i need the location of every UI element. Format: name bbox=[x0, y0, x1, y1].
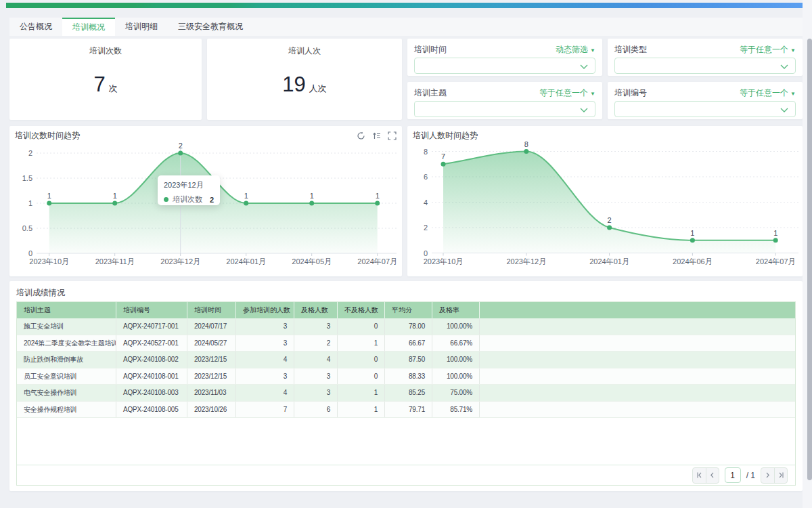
cell-2-2: 2023/12/15 bbox=[187, 352, 236, 368]
col-header-5: 不及格人数 bbox=[338, 302, 385, 318]
table-row-4[interactable]: 电气安全操作培训AQPX-240108-0032023/11/0343185.2… bbox=[17, 385, 795, 402]
col-header-2: 培训时间 bbox=[187, 302, 236, 318]
prev-page-icon bbox=[708, 471, 716, 479]
chevron-down-icon bbox=[580, 108, 588, 112]
tab-1[interactable]: 培训概况 bbox=[62, 18, 115, 36]
filter-operator-link[interactable]: 动态筛选▼ bbox=[556, 44, 595, 56]
cell-4-3: 4 bbox=[236, 385, 294, 401]
cell-4-7: 75.00% bbox=[432, 385, 480, 401]
svg-text:2024年07月: 2024年07月 bbox=[756, 257, 796, 266]
tooltip-row: 培训次数 2 bbox=[164, 194, 214, 205]
cell-3-3: 3 bbox=[236, 368, 294, 385]
filter-operator-link[interactable]: 等于任意一个▼ bbox=[740, 44, 796, 56]
chevron-down-icon bbox=[580, 64, 588, 69]
cell-1-6: 66.67 bbox=[385, 335, 432, 352]
cell-0-6: 78.00 bbox=[385, 318, 432, 335]
cell-2-5: 0 bbox=[338, 352, 385, 368]
next-page-button[interactable] bbox=[761, 468, 774, 483]
cell-1-1: AQPX-240527-001 bbox=[116, 335, 187, 352]
svg-text:1.5: 1.5 bbox=[22, 174, 32, 182]
stat-number: 7 bbox=[93, 72, 105, 96]
cell-2-6: 87.50 bbox=[385, 352, 432, 368]
svg-text:1: 1 bbox=[28, 199, 32, 207]
table-row-0[interactable]: 施工安全培训AQPX-240717-0012024/07/1733078.001… bbox=[17, 318, 795, 335]
next-page-icon bbox=[764, 471, 771, 479]
cell-0-0: 施工安全培训 bbox=[17, 318, 116, 335]
chart-card-training-count-trend: 培训次数时间趋势 2023年12月 培训次数 2 00.511.52112111… bbox=[9, 126, 402, 276]
table-block: 培训主题培训编号培训时间参加培训的人数及格人数不及格人数平均分及格率 施工安全培… bbox=[16, 301, 796, 486]
tab-3[interactable]: 三级安全教育概况 bbox=[168, 18, 253, 36]
page-number-input[interactable]: 1 bbox=[725, 467, 741, 483]
col-header-filler bbox=[480, 302, 795, 318]
svg-text:2024年01月: 2024年01月 bbox=[226, 257, 266, 266]
pagination-group-next bbox=[761, 467, 788, 484]
first-page-icon bbox=[696, 471, 703, 479]
filter-select[interactable] bbox=[614, 101, 796, 117]
cell-4-1: AQPX-240108-003 bbox=[116, 385, 187, 401]
svg-text:2024年05月: 2024年05月 bbox=[292, 257, 332, 266]
tooltip-series-dot bbox=[164, 197, 168, 202]
col-header-3: 参加培训的人数 bbox=[236, 302, 294, 318]
cell-1-7: 66.67% bbox=[432, 335, 480, 352]
cell-5-7: 85.71% bbox=[432, 402, 480, 418]
cell-5-6: 79.71 bbox=[385, 402, 432, 418]
cell-5-0: 安全操作规程培训 bbox=[17, 402, 116, 418]
scrollbar-track[interactable] bbox=[803, 0, 812, 508]
chart-plot: 02468782112023年10月2023年12月2024年01月2024年0… bbox=[407, 126, 803, 276]
filter-select[interactable] bbox=[614, 58, 796, 74]
stat-card-trainee-count: 培训人次 19人次 bbox=[207, 39, 402, 120]
table-row-1[interactable]: 2024第二季度安全教学主题培训AQPX-240527-0012024/05/2… bbox=[17, 335, 795, 352]
cell-2-4: 4 bbox=[294, 352, 338, 368]
filter-card-0: 培训时间动态筛选▼ bbox=[407, 39, 602, 76]
table-row-5[interactable]: 安全操作规程培训AQPX-240108-0052023/10/2676179.7… bbox=[17, 402, 795, 419]
col-header-7: 及格率 bbox=[432, 302, 480, 318]
filter-operator-link[interactable]: 等于任意一个▼ bbox=[539, 87, 595, 99]
stat-card-training-count: 培训次数 7次 bbox=[9, 39, 202, 120]
stat-value: 19人次 bbox=[207, 72, 402, 97]
chart-card-trainee-count-trend: 培训人数时间趋势 02468782112023年10月2023年12月2024年… bbox=[407, 126, 803, 276]
last-page-button[interactable] bbox=[774, 468, 787, 483]
stat-title: 培训人次 bbox=[207, 39, 402, 57]
svg-text:2024年07月: 2024年07月 bbox=[357, 257, 397, 266]
cell-5-1: AQPX-240108-005 bbox=[116, 402, 187, 418]
table-row-3[interactable]: 员工安全意识培训AQPX-240108-0012023/12/1533088.3… bbox=[17, 368, 795, 385]
cell-0-5: 0 bbox=[338, 318, 385, 335]
cell-2-3: 4 bbox=[236, 352, 294, 368]
svg-text:6: 6 bbox=[424, 173, 428, 181]
col-header-1: 培训编号 bbox=[116, 302, 187, 318]
stat-unit: 人次 bbox=[309, 83, 327, 93]
stat-unit: 次 bbox=[109, 83, 118, 93]
cell-1-4: 2 bbox=[294, 335, 338, 352]
cell-5-4: 6 bbox=[294, 402, 338, 418]
svg-text:2023年10月: 2023年10月 bbox=[29, 257, 69, 266]
caret-down-icon: ▼ bbox=[790, 91, 796, 97]
scrollbar-thumb[interactable] bbox=[807, 39, 812, 480]
prev-page-button[interactable] bbox=[706, 468, 719, 483]
filter-card-3: 培训编号等于任意一个▼ bbox=[608, 82, 803, 119]
svg-text:1: 1 bbox=[47, 192, 51, 200]
tab-2[interactable]: 培训明细 bbox=[115, 18, 168, 36]
filter-card-1: 培训类型等于任意一个▼ bbox=[608, 39, 803, 76]
filter-select[interactable] bbox=[414, 101, 595, 117]
cell-3-2: 2023/12/15 bbox=[187, 368, 236, 385]
page-total-label: / 1 bbox=[746, 471, 755, 480]
cell-filler bbox=[480, 318, 795, 335]
table-row-2[interactable]: 防止跌倒和滑倒事故AQPX-240108-0022023/12/1544087.… bbox=[17, 352, 795, 368]
svg-text:2024年06月: 2024年06月 bbox=[673, 257, 713, 266]
cell-0-1: AQPX-240717-001 bbox=[116, 318, 187, 335]
filter-card-2: 培训主题等于任意一个▼ bbox=[407, 82, 602, 119]
svg-text:1: 1 bbox=[773, 229, 777, 237]
svg-text:2023年12月: 2023年12月 bbox=[160, 257, 200, 266]
first-page-button[interactable] bbox=[693, 468, 706, 483]
tab-0[interactable]: 公告概况 bbox=[9, 18, 62, 36]
svg-text:2023年11月: 2023年11月 bbox=[95, 257, 135, 266]
svg-text:2: 2 bbox=[179, 142, 183, 150]
cell-0-2: 2024/07/17 bbox=[187, 318, 236, 335]
cell-3-4: 3 bbox=[294, 368, 338, 385]
filter-operator-link[interactable]: 等于任意一个▼ bbox=[740, 87, 796, 99]
svg-text:2: 2 bbox=[28, 149, 32, 157]
caret-down-icon: ▼ bbox=[590, 47, 595, 54]
filter-select[interactable] bbox=[414, 58, 595, 74]
svg-text:8: 8 bbox=[424, 148, 428, 156]
table-empty-space bbox=[17, 418, 795, 465]
